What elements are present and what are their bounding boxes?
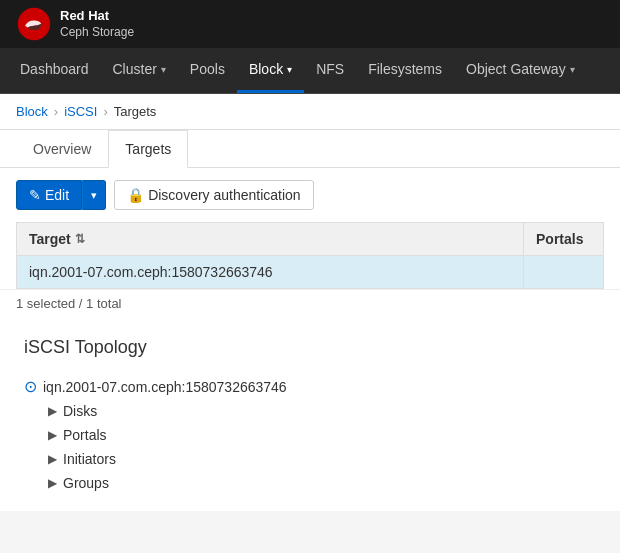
topology-target-label: iqn.2001-07.com.ceph:1580732663746	[43, 379, 287, 395]
expand-arrow-icon: ▶	[48, 452, 57, 466]
col-portals: Portals	[524, 223, 604, 256]
targets-table: Target ⇅ Portals iqn.2001-07.com.ceph:15…	[16, 222, 604, 289]
table-header-row: Target ⇅ Portals	[17, 223, 604, 256]
nav-item-nfs[interactable]: NFS	[304, 48, 356, 93]
brand-top: Red Hat	[60, 8, 134, 25]
targets-table-container: Target ⇅ Portals iqn.2001-07.com.ceph:15…	[0, 222, 620, 289]
topology-child-label: Groups	[63, 475, 109, 491]
cell-target: iqn.2001-07.com.ceph:1580732663746	[17, 256, 524, 289]
edit-button-group: ✎ Edit ▾	[16, 180, 106, 210]
topology-child-label: Portals	[63, 427, 107, 443]
topology-child-groups[interactable]: ▶Groups	[48, 471, 604, 495]
col-target: Target ⇅	[17, 223, 524, 256]
nav-caret-object-gateway-icon: ▾	[570, 64, 575, 75]
table-row[interactable]: iqn.2001-07.com.ceph:1580732663746	[17, 256, 604, 289]
topology-child-label: Disks	[63, 403, 97, 419]
topology-child-initiators[interactable]: ▶Initiators	[48, 447, 604, 471]
target-icon: ⊙	[24, 377, 37, 396]
nav-item-object-gateway[interactable]: Object Gateway ▾	[454, 48, 587, 93]
edit-label: Edit	[45, 187, 69, 203]
topology-child-portals[interactable]: ▶Portals	[48, 423, 604, 447]
nav-item-filesystems[interactable]: Filesystems	[356, 48, 454, 93]
expand-arrow-icon: ▶	[48, 404, 57, 418]
tabs: Overview Targets	[0, 130, 620, 168]
topology-child-disks[interactable]: ▶Disks	[48, 399, 604, 423]
lock-icon: 🔒	[127, 187, 144, 203]
discovery-auth-button[interactable]: 🔒 Discovery authentication	[114, 180, 314, 210]
tab-overview[interactable]: Overview	[16, 130, 108, 168]
breadcrumb-iscsi[interactable]: iSCSI	[64, 104, 97, 119]
topology-children: ▶Disks▶Portals▶Initiators▶Groups	[48, 399, 604, 495]
brand-text: Red Hat Ceph Storage	[60, 8, 134, 40]
nav-item-dashboard[interactable]: Dashboard	[8, 48, 101, 93]
expand-arrow-icon: ▶	[48, 476, 57, 490]
brand: Red Hat Ceph Storage	[16, 6, 134, 42]
page-content: Overview Targets ✎ Edit ▾ 🔒 Discovery au…	[0, 130, 620, 511]
sort-icon[interactable]: ⇅	[75, 232, 85, 246]
dropdown-caret-icon: ▾	[91, 189, 97, 201]
breadcrumb-targets: Targets	[114, 104, 157, 119]
navbar: Red Hat Ceph Storage	[0, 0, 620, 48]
breadcrumb: Block › iSCSI › Targets	[0, 94, 620, 130]
toolbar: ✎ Edit ▾ 🔒 Discovery authentication	[0, 168, 620, 222]
col-target-label: Target	[29, 231, 71, 247]
nav-menu: DashboardCluster ▾PoolsBlock ▾NFSFilesys…	[0, 48, 620, 94]
brand-bottom: Ceph Storage	[60, 25, 134, 41]
nav-item-cluster[interactable]: Cluster ▾	[101, 48, 178, 93]
redhat-logo-icon	[16, 6, 52, 42]
nav-item-pools[interactable]: Pools	[178, 48, 237, 93]
topology-child-label: Initiators	[63, 451, 116, 467]
discovery-auth-label: Discovery authentication	[148, 187, 301, 203]
expand-arrow-icon: ▶	[48, 428, 57, 442]
topology-title: iSCSI Topology	[24, 337, 604, 358]
edit-dropdown-toggle[interactable]: ▾	[82, 180, 106, 210]
cell-portals	[524, 256, 604, 289]
status-bar: 1 selected / 1 total	[0, 289, 620, 317]
tab-targets[interactable]: Targets	[108, 130, 188, 168]
topology-section: iSCSI Topology ⊙ iqn.2001-07.com.ceph:15…	[0, 317, 620, 511]
nav-caret-block-icon: ▾	[287, 64, 292, 75]
nav-item-block[interactable]: Block ▾	[237, 48, 304, 93]
topology-target-item: ⊙ iqn.2001-07.com.ceph:1580732663746	[24, 374, 604, 399]
nav-caret-cluster-icon: ▾	[161, 64, 166, 75]
edit-button[interactable]: ✎ Edit	[16, 180, 82, 210]
breadcrumb-block[interactable]: Block	[16, 104, 48, 119]
edit-icon: ✎	[29, 187, 41, 203]
status-text: 1 selected / 1 total	[16, 296, 122, 311]
